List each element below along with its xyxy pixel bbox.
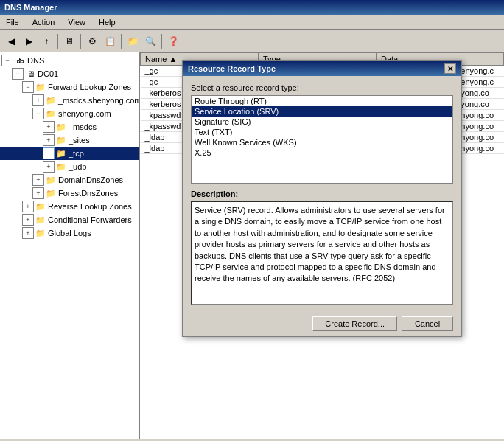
sidebar-item-conditional[interactable]: + 📁 Conditional Forwarders — [0, 213, 139, 226]
sidebar-item-shenyong[interactable]: − 📁 shenyong.com — [0, 107, 139, 120]
desc-box: Service (SRV) record. Allows administrat… — [191, 201, 453, 305]
icon-dc01: 🖥 — [24, 68, 36, 80]
dialog-body: Select a resource record type: Route Thr… — [183, 76, 461, 312]
sidebar-item-globallogs[interactable]: + 📁 Global Logs — [0, 226, 139, 240]
toolbar-view[interactable]: 📋 — [102, 33, 118, 49]
desc-text: Service (SRV) record. Allows administrat… — [195, 206, 445, 282]
title-bar: DNS Manager — [0, 0, 504, 15]
expand-reverse[interactable]: + — [22, 201, 34, 212]
icon-udp: 📁 — [55, 161, 67, 173]
listbox-item-x25[interactable]: X.25 — [192, 147, 452, 158]
toolbar-up[interactable]: ↑ — [38, 33, 55, 49]
toolbar-sep4 — [161, 34, 162, 49]
expand-msdcs2[interactable]: + — [43, 121, 55, 133]
record-type-listbox[interactable]: Route Through (RT)Service Location (SRV)… — [191, 95, 453, 184]
expand-dc01[interactable]: − — [12, 68, 24, 80]
expand-udp[interactable]: + — [43, 161, 55, 173]
label-dns: DNS — [27, 56, 44, 65]
listbox-container: Route Through (RT)Service Location (SRV)… — [191, 95, 453, 184]
sidebar-item-forestdns[interactable]: + 📁 ForestDnsZones — [0, 187, 139, 200]
menu-action[interactable]: Action — [29, 16, 58, 28]
icon-forward: 📁 — [35, 81, 46, 93]
icon-sites: 📁 — [55, 134, 67, 146]
toolbar-search[interactable]: 🔍 — [142, 33, 158, 49]
label-tcp: _tcp — [69, 149, 84, 158]
sidebar-item-tcp[interactable]: + 📁 _tcp — [0, 147, 139, 160]
icon-shenyong: 📁 — [45, 108, 57, 119]
select-label: Select a resource record type: — [191, 83, 453, 92]
expand-forestdns[interactable]: + — [32, 187, 44, 199]
listbox-item-txt[interactable]: Text (TXT) — [192, 127, 452, 137]
expand-msdcs[interactable]: + — [32, 94, 44, 106]
sidebar-item-domaindns[interactable]: + 📁 DomainDnsZones — [0, 173, 139, 187]
cancel-button[interactable]: Cancel — [402, 316, 453, 331]
label-shenyong: shenyong.com — [58, 109, 111, 118]
title-label: DNS Manager — [4, 3, 57, 12]
menu-view[interactable]: View — [65, 16, 88, 28]
icon-globallogs: 📁 — [35, 227, 46, 239]
label-msdcs2: _msdcs — [69, 122, 97, 131]
icon-msdcs2: 📁 — [55, 121, 67, 133]
label-udp: _udp — [69, 162, 86, 171]
sidebar-item-sites[interactable]: + 📁 _sites — [0, 133, 139, 147]
sidebar-item-dc01[interactable]: − 🖥 DC01 — [0, 67, 139, 80]
dialog-footer: Create Record... Cancel — [183, 312, 461, 336]
dialog-overlay: Resource Record Type ✕ Select a resource… — [140, 52, 504, 439]
expand-sites[interactable]: + — [43, 134, 55, 146]
toolbar-help[interactable]: ❓ — [165, 33, 181, 49]
toolbar-computer[interactable]: 🖥 — [61, 33, 77, 49]
label-reverse: Reverse Lookup Zones — [48, 202, 132, 211]
resource-record-dialog: Resource Record Type ✕ Select a resource… — [182, 60, 462, 337]
expand-domaindns[interactable]: + — [32, 174, 44, 186]
label-forestdns: ForestDnsZones — [58, 189, 118, 198]
expand-tcp[interactable]: + — [43, 147, 55, 159]
toolbar-sep3 — [121, 34, 122, 49]
label-domaindns: DomainDnsZones — [58, 176, 123, 184]
menu-bar: File Action View Help — [0, 15, 504, 30]
desc-label: Description: — [191, 190, 453, 198]
icon-reverse: 📁 — [35, 201, 46, 212]
sidebar-item-udp[interactable]: + 📁 _udp — [0, 160, 139, 173]
toolbar-sep1 — [57, 34, 58, 49]
menu-help[interactable]: Help — [96, 16, 119, 28]
label-sites: _sites — [69, 136, 90, 145]
sidebar-item-forward[interactable]: − 📁 Forward Lookup Zones — [0, 80, 139, 94]
toolbar-sep2 — [80, 34, 81, 49]
menu-file[interactable]: File — [3, 16, 22, 28]
label-forward: Forward Lookup Zones — [48, 83, 131, 91]
label-dc01: DC01 — [38, 69, 58, 78]
toolbar: ◀ ▶ ↑ 🖥 ⚙ 📋 📁 🔍 ❓ — [0, 30, 504, 52]
sidebar-item-reverse[interactable]: + 📁 Reverse Lookup Zones — [0, 200, 139, 213]
expand-shenyong[interactable]: − — [32, 108, 44, 119]
label-conditional: Conditional Forwarders — [48, 215, 132, 224]
sidebar-item-msdcs[interactable]: + 📁 _msdcs.shenyong.com — [0, 94, 139, 107]
expand-dns[interactable]: − — [1, 55, 13, 66]
listbox-item-sig[interactable]: Signature (SIG) — [192, 117, 452, 127]
sidebar-item-msdcs2[interactable]: + 📁 _msdcs — [0, 120, 139, 133]
label-msdcs: _msdcs.shenyong.com — [58, 96, 140, 105]
toolbar-action[interactable]: ⚙ — [84, 33, 100, 49]
expand-globallogs[interactable]: + — [22, 227, 34, 239]
dialog-close-button[interactable]: ✕ — [444, 63, 456, 74]
sidebar-item-dns[interactable]: − 🖧 DNS — [0, 54, 139, 67]
expand-conditional[interactable]: + — [22, 214, 34, 226]
toolbar-back[interactable]: ◀ — [3, 33, 19, 49]
dialog-title-bar: Resource Record Type ✕ — [183, 61, 461, 76]
icon-tcp: 📁 — [55, 147, 67, 159]
icon-dns: 🖧 — [14, 55, 26, 66]
label-globallogs: Global Logs — [48, 229, 91, 237]
icon-domaindns: 📁 — [45, 174, 57, 186]
listbox-item-wks[interactable]: Well Known Services (WKS) — [192, 137, 452, 147]
listbox-item-rt[interactable]: Route Through (RT) — [192, 96, 452, 106]
sidebar-tree: − 🖧 DNS − 🖥 DC01 − 📁 Forward Lookup Zone… — [0, 52, 140, 439]
toolbar-folder[interactable]: 📁 — [125, 33, 141, 49]
icon-conditional: 📁 — [35, 214, 46, 226]
expand-forward[interactable]: − — [22, 81, 34, 93]
icon-forestdns: 📁 — [45, 187, 57, 199]
right-panel: Name ▲ Type Data _gc Service Location (S… — [140, 52, 504, 439]
create-record-button[interactable]: Create Record... — [312, 316, 397, 331]
listbox-item-srv[interactable]: Service Location (SRV) — [192, 106, 452, 117]
dialog-title-label: Resource Record Type — [188, 64, 276, 73]
toolbar-forward[interactable]: ▶ — [21, 33, 37, 49]
main-content: − 🖧 DNS − 🖥 DC01 − 📁 Forward Lookup Zone… — [0, 52, 504, 439]
